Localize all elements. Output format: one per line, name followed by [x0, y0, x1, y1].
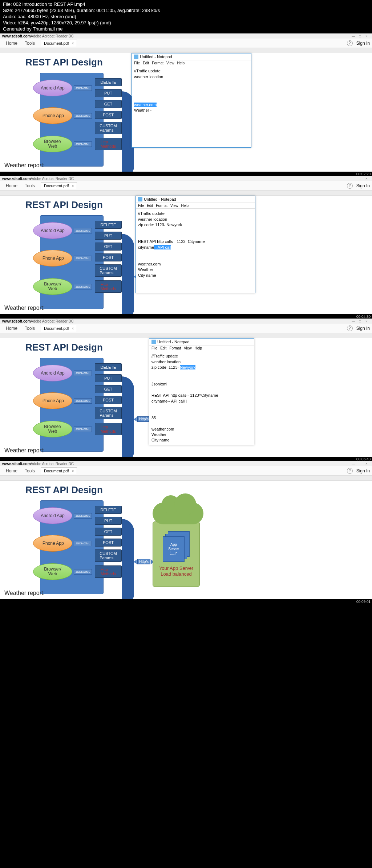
close-icon[interactable]: ×: [363, 177, 370, 181]
meta-file: File: 002 Introduction to REST API.mp4: [3, 1, 369, 8]
notepad-text-area[interactable]: //Traffic update weather location weathe…: [132, 66, 251, 115]
thumbnail-frame-4: www.zdsoft.com Adobe Acrobat Reader DC—□…: [0, 461, 372, 599]
close-icon[interactable]: ×: [363, 34, 370, 38]
notepad-window: Untitled - Notepad FileEditFormatViewHel…: [149, 338, 254, 445]
notepad-icon: [134, 55, 138, 59]
help-icon[interactable]: ?: [347, 40, 353, 46]
notepad-title-text: Untitled - Notepad: [140, 55, 172, 59]
menu-format[interactable]: Format: [152, 61, 163, 65]
maximize-icon[interactable]: □: [357, 177, 363, 181]
tools-tab[interactable]: Tools: [21, 182, 39, 190]
document-name: Document.pdf: [44, 41, 69, 45]
notepad-text-area[interactable]: //Traffic update weather location zip co…: [149, 351, 254, 445]
notepad-window: Untitled - Notepad FileEditFormatViewHel…: [136, 196, 255, 293]
post-method: POST: [95, 111, 122, 119]
http-methods-label: Http Methods: [95, 138, 122, 150]
json-label-2: JSON/XML: [74, 113, 92, 119]
signin-link[interactable]: Sign In: [356, 183, 370, 188]
tools-tab[interactable]: Tools: [21, 39, 39, 47]
json-label-3: JSON/XML: [74, 141, 92, 147]
video-metadata-header: File: 002 Introduction to REST API.mp4 S…: [0, 0, 372, 33]
meta-audio: Audio: aac, 48000 Hz, stereo (und): [3, 14, 369, 20]
menu-edit[interactable]: Edit: [143, 61, 149, 65]
thumbnail-frame-1: www.zdsoft.com Adobe Acrobat Reader DC —…: [0, 33, 372, 172]
selected-text: weather.com: [134, 103, 157, 107]
menu-help[interactable]: Help: [177, 61, 185, 65]
json-label-1: JSON/XML: [74, 85, 92, 91]
menu-file[interactable]: File: [134, 61, 140, 65]
server-cloud: App Server 1…n Your App Server Load bala…: [153, 503, 203, 587]
document-tab[interactable]: Document.pdf ×: [41, 40, 77, 47]
delete-method: DELETE: [95, 78, 122, 86]
client-box: Android App iPhone App Browser/ Web JSON…: [40, 73, 104, 167]
timestamp-1: 00:02:20: [356, 172, 371, 176]
home-tab[interactable]: Home: [2, 39, 21, 47]
browser-ellipse: Browser/ Web: [33, 136, 72, 152]
weather-report-label: Weather report:: [4, 162, 45, 169]
custom-params: CUSTOM Params: [95, 122, 122, 134]
timestamp-3: 00:06:40: [356, 457, 371, 461]
put-method: PUT: [95, 89, 122, 97]
signin-link[interactable]: Sign In: [356, 41, 370, 46]
minimize-icon[interactable]: —: [350, 177, 357, 181]
menu-view[interactable]: View: [166, 61, 174, 65]
document-tab[interactable]: Document.pdf×: [41, 182, 77, 189]
meta-gen: Generated by Thumbnail me: [3, 26, 369, 32]
thumbnail-frame-3: www.zdsoft.com Adobe Acrobat Reader DC—□…: [0, 319, 372, 457]
app-name: Adobe Acrobat Reader DC: [31, 34, 74, 38]
diagram-title: REST API Design: [25, 57, 103, 68]
thumbnail-frame-2: www.zdsoft.com Adobe Acrobat Reader DC —…: [0, 176, 372, 314]
url-text: www.zdsoft.com: [2, 34, 31, 38]
sub-toolbar: [0, 48, 372, 53]
home-tab[interactable]: Home: [2, 182, 21, 190]
server-stack-icon: App Server 1…n: [163, 531, 190, 562]
iphone-ellipse: iPhone App: [33, 107, 72, 124]
acrobat-toolbar: Home Tools Document.pdf× ?Sign In: [0, 181, 372, 191]
notepad-menu: File Edit Format View Help: [132, 60, 251, 66]
android-ellipse: Android App: [33, 80, 72, 96]
meta-size: Size: 24776665 bytes (23.63 MiB), durati…: [3, 8, 369, 14]
server-label: Your App Server Load balanced: [159, 565, 193, 578]
maximize-icon[interactable]: □: [357, 34, 363, 38]
timestamp-2: 00:04:30: [356, 314, 371, 319]
get-method: GET: [95, 100, 122, 108]
help-icon[interactable]: ?: [347, 183, 353, 189]
meta-video: Video: h264, yuv420p, 1280x720, 29.97 fp…: [3, 20, 369, 26]
notepad-text-area[interactable]: //Traffic update weather location zip co…: [136, 209, 255, 280]
notepad-window: Untitled - Notepad File Edit Format View…: [132, 53, 251, 148]
tab-close-icon[interactable]: ×: [72, 41, 74, 45]
cloud-icon: [153, 503, 203, 524]
tab-close-icon[interactable]: ×: [72, 184, 74, 188]
minimize-icon[interactable]: —: [350, 34, 357, 38]
window-titlebar: www.zdsoft.com Adobe Acrobat Reader DC —…: [0, 176, 372, 181]
timestamp-4: 00:09:01: [356, 599, 371, 604]
window-titlebar: www.zdsoft.com Adobe Acrobat Reader DC —…: [0, 33, 372, 39]
notepad-titlebar: Untitled - Notepad: [132, 53, 251, 60]
acrobat-toolbar: Home Tools Document.pdf × ? Sign In: [0, 39, 372, 48]
rest-api-diagram: REST API Design Android App iPhone App B…: [25, 57, 103, 70]
